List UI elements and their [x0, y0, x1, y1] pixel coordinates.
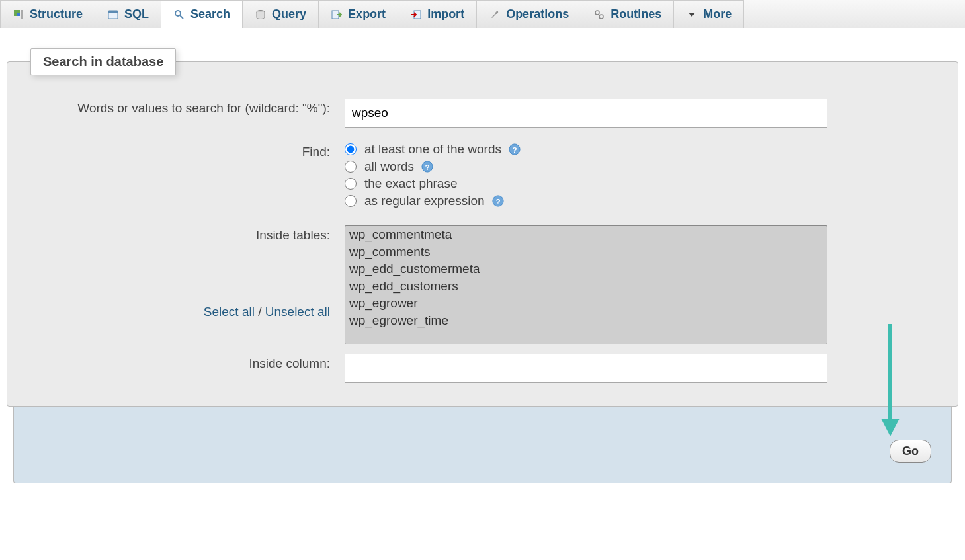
tab-sql[interactable]: SQL — [95, 0, 161, 28]
separator: / — [255, 305, 265, 319]
svg-point-12 — [595, 11, 599, 15]
tab-label: SQL — [124, 7, 149, 21]
footer-bar: Go — [13, 407, 952, 483]
tab-label: Import — [427, 7, 464, 21]
top-tabs: Structure SQL Search Query Export Import — [0, 0, 965, 28]
tab-operations[interactable]: Operations — [477, 0, 581, 28]
tab-label: Structure — [30, 7, 83, 21]
tables-select[interactable]: wp_commentmetawp_commentswp_edd_customer… — [345, 225, 827, 344]
tab-more[interactable]: More — [674, 0, 744, 28]
svg-text:?: ? — [512, 145, 517, 154]
go-button[interactable]: Go — [890, 440, 931, 463]
tab-query[interactable]: Query — [243, 0, 319, 28]
label-inside-column: Inside column: — [34, 354, 345, 371]
help-icon[interactable]: ? — [421, 160, 434, 173]
tab-label: Operations — [506, 7, 569, 21]
tab-structure[interactable]: Structure — [0, 0, 95, 28]
search-icon — [173, 9, 185, 20]
table-option[interactable]: wp_comments — [345, 243, 827, 260]
wrench-icon — [489, 9, 501, 20]
svg-point-7 — [175, 11, 181, 16]
svg-rect-2 — [14, 13, 17, 16]
help-icon[interactable]: ? — [508, 143, 521, 156]
tab-label: Query — [272, 7, 306, 21]
sql-icon — [107, 9, 119, 20]
tab-export[interactable]: Export — [319, 0, 398, 28]
find-radio-3[interactable] — [345, 195, 357, 207]
table-option[interactable]: wp_egrower_time — [345, 312, 827, 329]
find-radio-2[interactable] — [345, 178, 357, 190]
tab-search[interactable]: Search — [161, 0, 243, 28]
find-option-label: the exact phrase — [364, 177, 457, 191]
svg-rect-6 — [108, 11, 118, 13]
table-option[interactable]: wp_commentmeta — [345, 226, 827, 243]
export-icon — [331, 9, 343, 20]
find-option-label: all words — [364, 159, 414, 174]
svg-rect-1 — [17, 10, 20, 13]
table-option[interactable]: wp_edd_customers — [345, 278, 827, 295]
find-radio-0[interactable] — [345, 143, 357, 155]
structure-icon — [13, 9, 24, 20]
unselect-all-link[interactable]: Unselect all — [265, 305, 330, 319]
table-option[interactable]: wp_egrower — [345, 295, 827, 312]
tab-label: Search — [190, 7, 230, 21]
find-option-label: as regular expression — [364, 194, 485, 208]
find-option-2[interactable]: the exact phrase — [345, 177, 827, 191]
label-inside-tables: Inside tables: — [34, 225, 345, 243]
find-option-label: at least one of the words — [364, 142, 501, 157]
search-fieldset: Words or values to search for (wildcard:… — [7, 61, 958, 407]
label-search-words: Words or values to search for (wildcard:… — [34, 99, 345, 116]
svg-rect-3 — [17, 13, 20, 16]
svg-rect-4 — [21, 10, 23, 19]
find-radio-1[interactable] — [345, 161, 357, 173]
table-option[interactable]: wp_edd_customermeta — [345, 260, 827, 278]
find-option-0[interactable]: at least one of the words? — [345, 142, 827, 157]
tab-routines[interactable]: Routines — [581, 0, 674, 28]
tab-import[interactable]: Import — [398, 0, 477, 28]
search-words-input[interactable] — [345, 99, 827, 128]
select-all-link[interactable]: Select all — [204, 305, 255, 319]
tab-label: Export — [348, 7, 386, 21]
tab-label: Routines — [610, 7, 661, 21]
svg-text:?: ? — [425, 163, 429, 171]
find-option-3[interactable]: as regular expression? — [345, 194, 827, 208]
svg-point-13 — [599, 15, 603, 19]
svg-text:?: ? — [495, 197, 500, 206]
query-icon — [255, 9, 267, 20]
svg-line-8 — [180, 15, 183, 19]
triangle-down-icon — [686, 9, 698, 20]
svg-rect-0 — [14, 10, 17, 13]
gears-icon — [593, 9, 605, 20]
fieldset-legend: Search in database — [30, 48, 176, 75]
inside-column-input[interactable] — [345, 354, 827, 383]
find-option-1[interactable]: all words? — [345, 159, 827, 174]
import-icon — [410, 9, 422, 20]
tab-label: More — [703, 7, 732, 21]
label-find: Find: — [34, 142, 345, 159]
find-options-group: at least one of the words?all words?the … — [345, 142, 827, 211]
help-icon[interactable]: ? — [491, 194, 505, 208]
